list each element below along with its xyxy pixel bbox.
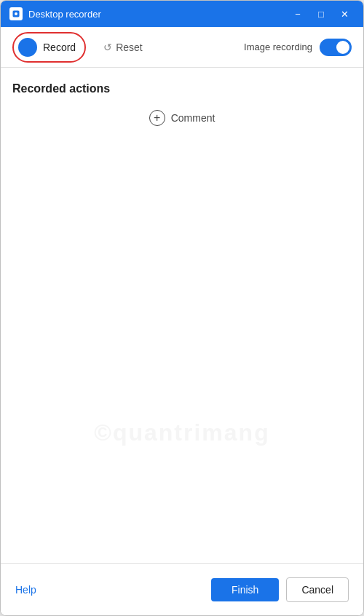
image-recording-label: Image recording <box>244 42 312 52</box>
toggle-slider <box>320 39 352 56</box>
cancel-button[interactable]: Cancel <box>286 577 349 602</box>
watermark: ©quantrimang <box>94 419 269 446</box>
svg-point-1 <box>15 12 17 15</box>
app-icon <box>9 7 23 20</box>
content-area: Recorded actions + Comment ©quantrimang <box>1 68 363 563</box>
finish-button[interactable]: Finish <box>211 578 279 601</box>
record-dot <box>18 38 37 57</box>
footer: Help Finish Cancel <box>1 563 363 615</box>
comment-label: Comment <box>171 112 215 124</box>
title-bar: Desktop recorder − □ ✕ <box>1 1 363 27</box>
toolbar: Record ↺ Reset Image recording <box>1 27 363 68</box>
record-button[interactable]: Record <box>15 35 83 60</box>
record-label: Record <box>43 42 76 53</box>
record-button-wrapper: Record <box>12 32 86 63</box>
plus-icon: + <box>149 110 165 126</box>
window-title: Desktop recorder <box>28 9 288 20</box>
window-controls: − □ ✕ <box>288 4 355 24</box>
section-title: Recorded actions <box>12 82 352 95</box>
reset-label: Reset <box>116 42 143 53</box>
reset-button[interactable]: ↺ Reset <box>98 39 149 56</box>
maximize-button[interactable]: □ <box>311 4 331 24</box>
close-button[interactable]: ✕ <box>334 4 355 24</box>
add-comment-button[interactable]: + Comment <box>149 107 215 129</box>
reset-icon: ↺ <box>103 42 112 53</box>
desktop-recorder-window: Desktop recorder − □ ✕ Record ↺ Reset Im… <box>0 0 364 616</box>
help-link[interactable]: Help <box>15 584 36 596</box>
image-recording-toggle[interactable] <box>320 39 352 56</box>
minimize-button[interactable]: − <box>288 4 308 24</box>
